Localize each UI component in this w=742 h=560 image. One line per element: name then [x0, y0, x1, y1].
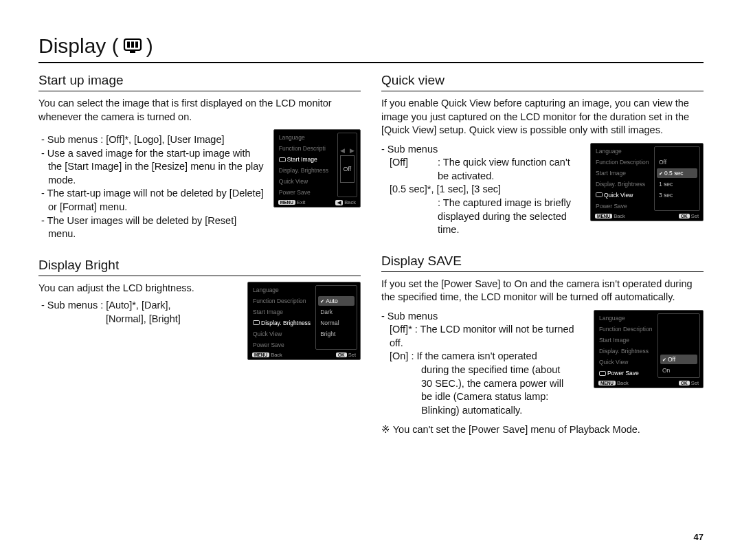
svg-rect-4: [130, 51, 135, 53]
list-item: - The start-up image will not be deleted…: [38, 187, 264, 214]
ok-button-icon: OK: [336, 352, 347, 357]
cam-menu-item: Quick View: [597, 357, 655, 367]
back-button-icon: ◀: [335, 200, 343, 205]
cam-menu-item: Start Image: [277, 155, 335, 164]
cam-menu-item: Display. Brightness: [594, 179, 651, 189]
option-desc: : The captured image is briefly: [390, 197, 581, 210]
option-label: [0.5 sec]*, [1 sec], [3 sec]: [390, 183, 581, 197]
option-desc: time.: [390, 223, 581, 237]
sub-menus-header: - Sub menus: [381, 310, 584, 324]
cam-option: 1 sec: [657, 179, 697, 189]
section-quickview: Quick view If you enable Quick View befo…: [381, 73, 704, 237]
page-title-text: Display (: [38, 34, 119, 58]
cam-option: Off: [660, 355, 697, 364]
menu-button-icon: MENU: [278, 200, 295, 205]
section-title-startup: Start up image: [38, 73, 361, 91]
option-line: [On] : If the camera isn't operated: [390, 350, 584, 363]
option-line: [Off]* : The LCD monitor will not be tur…: [390, 323, 584, 350]
cam-menu-item: Display. Brightness: [251, 318, 313, 328]
list-item: - The User images will be deleted by [Re…: [38, 214, 264, 241]
svg-rect-5: [279, 157, 285, 161]
cam-option-selected: Off: [340, 155, 355, 183]
svg-rect-2: [131, 42, 134, 48]
svg-rect-6: [254, 321, 260, 325]
option-label: [Off]: [390, 156, 420, 170]
page-title-suffix: ): [146, 34, 153, 58]
display-icon: [596, 192, 603, 198]
option-desc: displayed during the selected: [390, 210, 581, 224]
cam-foot-label: Back: [271, 352, 282, 358]
cam-option: Bright: [318, 329, 355, 339]
section-bright: Display Bright You can adjust the LCD br…: [38, 258, 361, 360]
svg-rect-1: [127, 42, 130, 48]
save-desc: If you set the [Power Save] to On and th…: [381, 278, 704, 304]
camera-screenshot-quickview: Language Function Description Start Imag…: [590, 143, 704, 221]
display-icon: [123, 38, 142, 54]
cam-foot-label: Back: [617, 380, 629, 386]
option-desc: be idle (Camera status lamp:: [390, 390, 584, 404]
section-title-save: Display SAVE: [381, 254, 704, 272]
cam-foot-label: Set: [691, 380, 699, 386]
cam-foot-label: Exit: [297, 199, 306, 205]
quickview-desc: If you enable Quick View before capturin…: [381, 97, 704, 137]
cam-option: Dark: [318, 307, 355, 317]
camera-screenshot-bright: Language Function Description Start Imag…: [247, 282, 361, 360]
option-desc: 30 SEC.), the camera power will: [390, 377, 584, 391]
section-startup: Start up image You can select the image …: [38, 73, 361, 241]
cam-foot-label: Back: [344, 199, 356, 205]
cam-menu-item: Start Image: [251, 307, 313, 317]
cam-menu-item: Quick View: [251, 329, 313, 339]
cam-option: 3 sec: [657, 190, 697, 200]
cam-foot-label: Set: [348, 352, 356, 358]
cam-menu-item: Power Save: [594, 201, 651, 211]
cam-foot-label: Set: [691, 213, 699, 219]
list-item: - Sub menus : [Off]*, [Logo], [User Imag…: [38, 133, 264, 147]
cam-menu-item: Display. Brightness: [597, 346, 655, 356]
cam-menu-item: Function Description: [251, 296, 313, 306]
list-item: - Sub menus : [Auto]*, [Dark],[Normal], …: [38, 299, 238, 326]
cam-option: Normal: [318, 318, 355, 328]
svg-rect-3: [135, 42, 138, 48]
display-icon: [279, 157, 286, 163]
cam-option: On: [660, 366, 697, 375]
page-title: Display ( ): [38, 34, 704, 63]
option-desc: be activated.: [390, 170, 581, 183]
cam-menu-item: Function Descripti: [277, 144, 335, 153]
cam-menu-item: Language: [277, 133, 335, 142]
section-save: Display SAVE If you set the [Power Save]…: [381, 254, 704, 436]
camera-screenshot-startup: Language Function Descripti Start Image …: [273, 129, 361, 208]
section-title-bright: Display Bright: [38, 258, 361, 276]
list-item: - Use a saved image for the start-up ima…: [38, 147, 264, 188]
option-desc: during the specified time (about: [390, 363, 584, 377]
cam-menu-item: Language: [597, 313, 655, 323]
option-desc: Blinking) automatically.: [390, 404, 584, 418]
cam-option: Off: [657, 157, 697, 167]
svg-rect-7: [596, 193, 603, 197]
cam-menu-item: Quick View: [277, 177, 335, 186]
startup-desc: You can select the image that is first d…: [38, 97, 361, 124]
cam-foot-label: Back: [614, 213, 625, 219]
cam-menu-item: Start Image: [597, 335, 655, 345]
camera-screenshot-save: Language Function Description Start Imag…: [594, 310, 704, 388]
cam-menu-item: Power Save: [597, 368, 655, 378]
menu-button-icon: MENU: [252, 352, 269, 357]
ok-button-icon: OK: [679, 214, 690, 219]
cam-option: 0.5 sec: [657, 168, 697, 178]
cam-option: Auto: [318, 296, 355, 306]
cam-menu-item: Quick View: [594, 190, 651, 200]
ok-button-icon: OK: [679, 381, 690, 385]
sub-menus-header: - Sub menus: [381, 143, 581, 157]
save-note: ※ You can't set the [Power Save] menu of…: [381, 424, 704, 435]
option-desc: : The quick view function can't: [420, 156, 570, 170]
svg-rect-8: [599, 371, 605, 375]
cam-menu-item: Display. Brightness: [277, 166, 335, 175]
cam-menu-item: Function Description: [594, 157, 651, 167]
page-number: 47: [694, 532, 704, 542]
section-title-quickview: Quick view: [381, 73, 704, 91]
menu-button-icon: MENU: [598, 381, 616, 385]
chevron-left-icon: ◀: [340, 147, 345, 154]
cam-menu-item: Function Description: [597, 324, 655, 334]
menu-button-icon: MENU: [595, 214, 612, 219]
cam-menu-item: Start Image: [594, 168, 651, 178]
chevron-right-icon: ▶: [350, 147, 355, 154]
